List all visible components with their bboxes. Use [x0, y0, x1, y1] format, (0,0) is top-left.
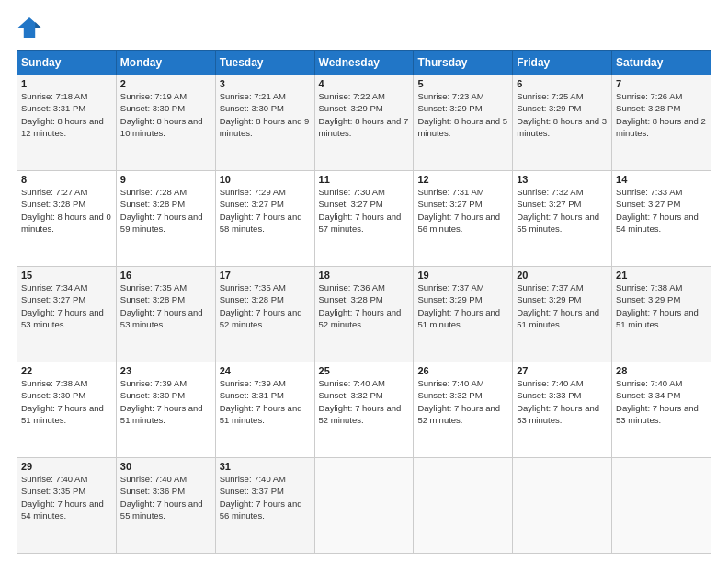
day-header-monday: Monday: [116, 51, 215, 75]
day-header-wednesday: Wednesday: [314, 51, 414, 75]
cell-info: Sunrise: 7:36 AMSunset: 3:28 PMDaylight:…: [319, 282, 410, 330]
calendar-week-row: 15 Sunrise: 7:34 AMSunset: 3:27 PMDaylig…: [17, 267, 711, 362]
cell-day-number: 5: [417, 78, 508, 89]
calendar-cell: 21 Sunrise: 7:38 AMSunset: 3:29 PMDaylig…: [612, 267, 711, 362]
calendar-week-row: 22 Sunrise: 7:38 AMSunset: 3:30 PMDaylig…: [17, 362, 711, 458]
cell-day-number: 1: [21, 78, 112, 89]
calendar-cell: 14 Sunrise: 7:33 AMSunset: 3:27 PMDaylig…: [612, 171, 711, 267]
cell-info: Sunrise: 7:40 AMSunset: 3:35 PMDaylight:…: [21, 473, 112, 522]
day-header-tuesday: Tuesday: [215, 51, 314, 75]
calendar-header-row: SundayMondayTuesdayWednesdayThursdayFrid…: [17, 51, 711, 75]
cell-day-number: 31: [220, 461, 311, 472]
cell-day-number: 30: [120, 461, 211, 472]
cell-day-number: 16: [120, 270, 211, 281]
cell-info: Sunrise: 7:40 AMSunset: 3:36 PMDaylight:…: [120, 473, 211, 522]
calendar-cell: [513, 458, 612, 554]
calendar-cell: 2 Sunrise: 7:19 AMSunset: 3:30 PMDayligh…: [116, 75, 215, 171]
calendar-cell: 9 Sunrise: 7:28 AMSunset: 3:28 PMDayligh…: [116, 171, 215, 267]
calendar-cell: [314, 458, 414, 554]
cell-info: Sunrise: 7:37 AMSunset: 3:29 PMDaylight:…: [417, 282, 508, 330]
cell-info: Sunrise: 7:33 AMSunset: 3:27 PMDaylight:…: [616, 186, 707, 235]
cell-info: Sunrise: 7:23 AMSunset: 3:29 PMDaylight:…: [417, 90, 508, 139]
cell-info: Sunrise: 7:39 AMSunset: 3:31 PMDaylight:…: [220, 377, 311, 426]
cell-info: Sunrise: 7:18 AMSunset: 3:31 PMDaylight:…: [21, 90, 112, 139]
cell-day-number: 26: [417, 365, 508, 376]
cell-info: Sunrise: 7:40 AMSunset: 3:32 PMDaylight:…: [319, 377, 410, 426]
cell-info: Sunrise: 7:38 AMSunset: 3:30 PMDaylight:…: [21, 377, 112, 426]
cell-day-number: 8: [21, 174, 112, 185]
calendar-cell: 17 Sunrise: 7:35 AMSunset: 3:28 PMDaylig…: [215, 267, 314, 362]
cell-day-number: 4: [319, 78, 410, 89]
cell-info: Sunrise: 7:35 AMSunset: 3:28 PMDaylight:…: [120, 282, 211, 330]
cell-day-number: 29: [21, 461, 112, 472]
day-header-friday: Friday: [513, 51, 612, 75]
cell-day-number: 20: [517, 270, 608, 281]
cell-day-number: 3: [220, 78, 311, 89]
calendar-cell: 23 Sunrise: 7:39 AMSunset: 3:30 PMDaylig…: [116, 362, 215, 458]
calendar-cell: 24 Sunrise: 7:39 AMSunset: 3:31 PMDaylig…: [215, 362, 314, 458]
cell-info: Sunrise: 7:19 AMSunset: 3:30 PMDaylight:…: [120, 90, 211, 139]
calendar-cell: 31 Sunrise: 7:40 AMSunset: 3:37 PMDaylig…: [215, 458, 314, 554]
calendar-cell: 18 Sunrise: 7:36 AMSunset: 3:28 PMDaylig…: [314, 267, 414, 362]
cell-day-number: 25: [319, 365, 410, 376]
cell-day-number: 2: [120, 78, 211, 89]
cell-info: Sunrise: 7:37 AMSunset: 3:29 PMDaylight:…: [517, 282, 608, 330]
cell-info: Sunrise: 7:38 AMSunset: 3:29 PMDaylight:…: [616, 282, 707, 330]
cell-day-number: 13: [517, 174, 608, 185]
header: [17, 15, 711, 40]
calendar-table: SundayMondayTuesdayWednesdayThursdayFrid…: [17, 50, 711, 554]
calendar-cell: 7 Sunrise: 7:26 AMSunset: 3:28 PMDayligh…: [612, 75, 711, 171]
calendar-week-row: 29 Sunrise: 7:40 AMSunset: 3:35 PMDaylig…: [17, 458, 711, 554]
cell-info: Sunrise: 7:25 AMSunset: 3:29 PMDaylight:…: [517, 90, 608, 139]
calendar-cell: 13 Sunrise: 7:32 AMSunset: 3:27 PMDaylig…: [513, 171, 612, 267]
calendar-cell: [414, 458, 513, 554]
cell-info: Sunrise: 7:26 AMSunset: 3:28 PMDaylight:…: [616, 90, 707, 139]
calendar-cell: 16 Sunrise: 7:35 AMSunset: 3:28 PMDaylig…: [116, 267, 215, 362]
cell-info: Sunrise: 7:34 AMSunset: 3:27 PMDaylight:…: [21, 282, 112, 330]
cell-info: Sunrise: 7:22 AMSunset: 3:29 PMDaylight:…: [319, 90, 410, 139]
cell-info: Sunrise: 7:21 AMSunset: 3:30 PMDaylight:…: [220, 90, 311, 139]
cell-day-number: 27: [517, 365, 608, 376]
calendar-cell: 22 Sunrise: 7:38 AMSunset: 3:30 PMDaylig…: [17, 362, 117, 458]
day-header-saturday: Saturday: [612, 51, 711, 75]
calendar-cell: 29 Sunrise: 7:40 AMSunset: 3:35 PMDaylig…: [17, 458, 117, 554]
calendar-cell: 5 Sunrise: 7:23 AMSunset: 3:29 PMDayligh…: [414, 75, 513, 171]
cell-day-number: 22: [21, 365, 112, 376]
calendar-cell: 20 Sunrise: 7:37 AMSunset: 3:29 PMDaylig…: [513, 267, 612, 362]
calendar-cell: 15 Sunrise: 7:34 AMSunset: 3:27 PMDaylig…: [17, 267, 117, 362]
calendar-cell: 11 Sunrise: 7:30 AMSunset: 3:27 PMDaylig…: [314, 171, 414, 267]
cell-day-number: 18: [319, 270, 410, 281]
calendar-cell: 4 Sunrise: 7:22 AMSunset: 3:29 PMDayligh…: [314, 75, 414, 171]
cell-day-number: 23: [120, 365, 211, 376]
cell-day-number: 9: [120, 174, 211, 185]
calendar-week-row: 8 Sunrise: 7:27 AMSunset: 3:28 PMDayligh…: [17, 171, 711, 267]
cell-info: Sunrise: 7:40 AMSunset: 3:37 PMDaylight:…: [220, 473, 311, 522]
cell-info: Sunrise: 7:31 AMSunset: 3:27 PMDaylight:…: [417, 186, 508, 235]
calendar-cell: 1 Sunrise: 7:18 AMSunset: 3:31 PMDayligh…: [17, 75, 117, 171]
cell-day-number: 10: [220, 174, 311, 185]
cell-info: Sunrise: 7:35 AMSunset: 3:28 PMDaylight:…: [220, 282, 311, 330]
calendar-cell: [612, 458, 711, 554]
cell-day-number: 12: [417, 174, 508, 185]
cell-day-number: 17: [220, 270, 311, 281]
cell-info: Sunrise: 7:32 AMSunset: 3:27 PMDaylight:…: [517, 186, 608, 235]
cell-info: Sunrise: 7:40 AMSunset: 3:32 PMDaylight:…: [417, 377, 508, 426]
calendar-cell: 19 Sunrise: 7:37 AMSunset: 3:29 PMDaylig…: [414, 267, 513, 362]
calendar-cell: 6 Sunrise: 7:25 AMSunset: 3:29 PMDayligh…: [513, 75, 612, 171]
calendar-week-row: 1 Sunrise: 7:18 AMSunset: 3:31 PMDayligh…: [17, 75, 711, 171]
cell-day-number: 14: [616, 174, 707, 185]
cell-day-number: 24: [220, 365, 311, 376]
cell-day-number: 15: [21, 270, 112, 281]
cell-day-number: 6: [517, 78, 608, 89]
cell-day-number: 11: [319, 174, 410, 185]
cell-info: Sunrise: 7:28 AMSunset: 3:28 PMDaylight:…: [120, 186, 211, 235]
calendar-cell: 12 Sunrise: 7:31 AMSunset: 3:27 PMDaylig…: [414, 171, 513, 267]
calendar-cell: 8 Sunrise: 7:27 AMSunset: 3:28 PMDayligh…: [17, 171, 117, 267]
calendar-cell: 25 Sunrise: 7:40 AMSunset: 3:32 PMDaylig…: [314, 362, 414, 458]
calendar-cell: 30 Sunrise: 7:40 AMSunset: 3:36 PMDaylig…: [116, 458, 215, 554]
cell-info: Sunrise: 7:40 AMSunset: 3:34 PMDaylight:…: [616, 377, 707, 426]
page: SundayMondayTuesdayWednesdayThursdayFrid…: [0, 0, 728, 563]
cell-info: Sunrise: 7:27 AMSunset: 3:28 PMDaylight:…: [21, 186, 112, 235]
calendar-cell: 28 Sunrise: 7:40 AMSunset: 3:34 PMDaylig…: [612, 362, 711, 458]
cell-day-number: 28: [616, 365, 707, 376]
